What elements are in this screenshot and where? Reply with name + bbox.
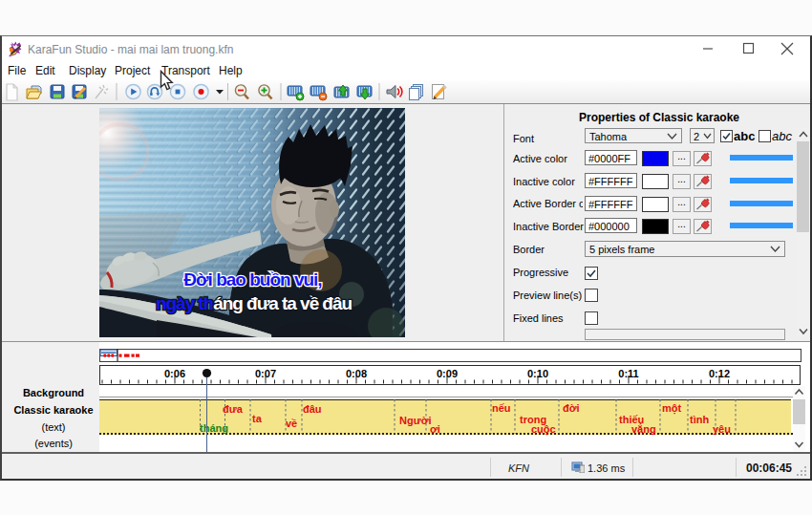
svg-text:Người: Người: [399, 415, 432, 426]
svg-text:0:09: 0:09: [437, 368, 458, 379]
svg-text:ngày tháng đưa ta về đâu: ngày tháng đưa ta về đâu: [156, 293, 352, 313]
svg-text:một: một: [662, 402, 682, 415]
svg-text:yêu: yêu: [713, 423, 731, 435]
svg-text:về: về: [286, 418, 297, 429]
svg-text:0:08: 0:08: [346, 368, 367, 379]
svg-text:0:06: 0:06: [164, 368, 185, 379]
svg-text:0:11: 0:11: [618, 368, 638, 379]
svg-text:0:07: 0:07: [255, 368, 276, 379]
svg-text:ta: ta: [252, 413, 263, 424]
svg-text:cuộc: cuộc: [531, 423, 556, 436]
svg-text:tình: tình: [690, 414, 709, 425]
svg-text:đưa: đưa: [223, 403, 244, 415]
svg-text:ơi: ơi: [430, 423, 440, 435]
svg-text:Đời bao buồn vui,: Đời bao buồn vui,: [183, 269, 322, 290]
svg-text:tháng: tháng: [200, 422, 228, 434]
svg-text:nếu: nếu: [492, 402, 511, 414]
svg-text:vắng: vắng: [631, 423, 656, 435]
svg-text:0:10: 0:10: [527, 368, 548, 379]
svg-text:đời: đời: [563, 402, 580, 414]
svg-text:đâu: đâu: [303, 403, 322, 415]
svg-text:0:12: 0:12: [709, 368, 730, 379]
